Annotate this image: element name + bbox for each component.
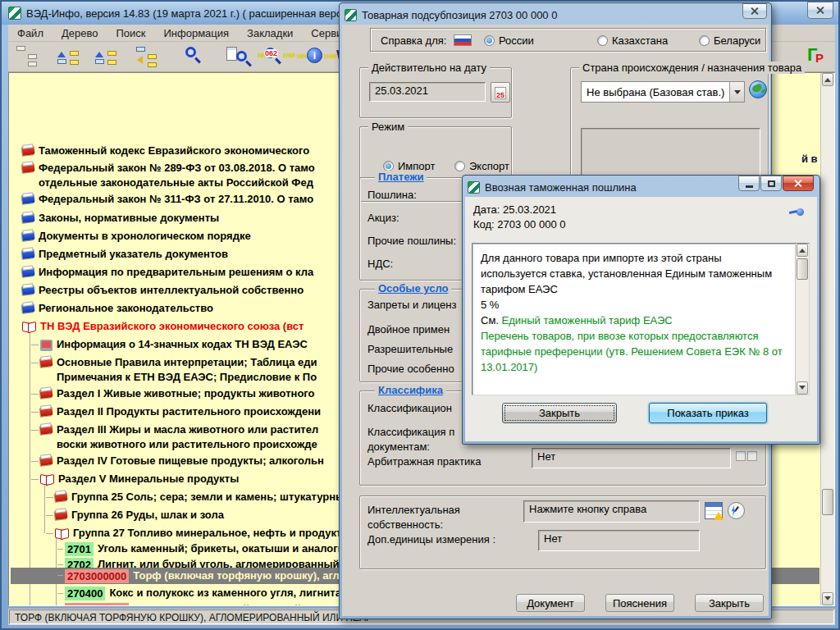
collapse-tree-icon[interactable] — [15, 44, 51, 70]
radio-label: России — [499, 34, 534, 47]
app-icon — [468, 181, 480, 194]
special-label-3: Прочие особенно — [368, 362, 456, 377]
duty-text-scrollbar[interactable] — [795, 244, 809, 395]
country-dropdown[interactable]: Не выбрана (Базовая став.) — [581, 81, 745, 103]
scroll-thumb[interactable] — [822, 489, 833, 515]
radio-selected-icon — [484, 35, 495, 46]
search-code-062-icon[interactable]: 100 062 1100 — [258, 44, 294, 70]
main-window-title: ВЭД-Инфо, версия 14.83 (19 марта 2021 г.… — [26, 7, 360, 20]
scroll-down-button[interactable] — [822, 592, 833, 605]
magnifier-handle — [275, 58, 281, 65]
arrow-icon — [95, 48, 103, 57]
scroll-down-button[interactable] — [797, 381, 808, 395]
radio-kazakhstan[interactable]: Казахстана — [597, 34, 668, 47]
book-blue-icon — [21, 285, 34, 295]
menu-item-1[interactable]: Дерево — [52, 25, 107, 41]
search-icon[interactable] — [179, 44, 215, 70]
radio-export[interactable]: Экспорт — [454, 160, 509, 172]
valid-date-legend: Действительно на дату — [368, 62, 490, 74]
duty-dialog-titlebar[interactable]: Ввозная таможенная пошлина — [465, 178, 817, 196]
doc-mini-icon[interactable] — [747, 451, 757, 461]
duty-paragraph: Для данного товара при импорте из этой с… — [481, 250, 787, 297]
menu-item-3[interactable]: Информация — [154, 25, 238, 41]
tree-item-text: Раздел I Живые животные; продукты животн… — [57, 386, 315, 401]
tree-item-text: Региональное законодательство — [39, 301, 213, 316]
payments-label-0: Пошлина: — [368, 188, 456, 203]
duty-dialog-title: Ввозная таможенная пошлина — [485, 181, 637, 194]
duty-dialog-body: Дата: 25.03.2021 Код: 2703 00 000 0 Для … — [465, 197, 817, 441]
tree-item-text: ТН ВЭД Евразийского экономического союза… — [40, 319, 304, 334]
search-document-icon[interactable] — [223, 44, 259, 70]
code-badge: 062 — [264, 49, 278, 57]
scroll-up-button[interactable] — [822, 73, 833, 86]
book-red-icon — [39, 406, 52, 417]
book-red-icon — [39, 388, 52, 399]
mini-node — [28, 62, 37, 66]
menu-item-4[interactable]: Закладки — [238, 25, 302, 41]
mini-node — [107, 51, 116, 56]
document-button[interactable]: Документ — [516, 594, 585, 612]
show-order-button[interactable]: Показать приказ — [649, 403, 767, 423]
subposition-dialog-titlebar[interactable]: Товарная подсубпозиция 2703 00 000 0 — [342, 6, 769, 24]
info-icon[interactable]: 100 i 1100 — [297, 44, 333, 70]
dropdown-arrow-button[interactable] — [729, 82, 744, 102]
document-sheet — [226, 47, 237, 61]
intellectual-group: Интеллектуальнаясобственность:Доп.единиц… — [359, 495, 766, 569]
duty-minimize-button[interactable] — [738, 176, 760, 191]
radio-belarus[interactable]: Беларуси — [699, 34, 760, 47]
rates-letter-p: Р — [815, 51, 824, 65]
classification-header-link[interactable]: Классифика — [375, 384, 446, 396]
radio-icon — [597, 35, 608, 46]
subposition-close-button[interactable] — [742, 3, 767, 19]
calendar-button[interactable] — [491, 82, 510, 103]
book-red-icon — [21, 145, 34, 156]
tree-back-icon[interactable] — [131, 44, 167, 70]
date-input[interactable]: 25.03.2021 — [369, 82, 486, 102]
valid-date-group: Действительно на дату 25.03.2021 — [359, 67, 512, 118]
preferences-link[interactable]: Перечень товаров, при ввозе которых пред… — [481, 328, 787, 375]
ip-check-icon[interactable] — [705, 502, 723, 519]
book-red-icon — [39, 357, 52, 368]
code-chip: 2705000000 — [65, 603, 129, 605]
menu-item-2[interactable]: Поиск — [107, 25, 154, 41]
app-icon — [345, 9, 357, 21]
pushpin-icon[interactable] — [789, 207, 804, 217]
tree-item-text: Основные Правила интерпретации; Таблица … — [57, 355, 317, 385]
tree-item-text: Группа 27 Топливо минеральное, нефть и п… — [73, 526, 381, 541]
duty-close-button[interactable] — [783, 176, 814, 191]
globe-icon[interactable] — [749, 80, 767, 98]
tree-item-text: Реестры объектов интеллектуальной собств… — [39, 283, 304, 298]
explanations-button[interactable]: Пояснения — [605, 594, 674, 612]
tree-structure-icon[interactable] — [56, 44, 92, 70]
close-button[interactable]: Закрыть — [695, 594, 764, 612]
country-legend: Страна происхождения / назначения товара — [579, 62, 805, 74]
magnifier-glass — [185, 47, 196, 57]
doc-mini-icon[interactable] — [736, 451, 746, 461]
duty-text: Для данного товара при импорте из этой с… — [472, 244, 795, 395]
book-open-icon — [55, 528, 69, 538]
main-close-button[interactable] — [807, 2, 833, 19]
tree-structure2-icon[interactable] — [94, 44, 130, 70]
tree-item-text: Информация по предварительным решениям о… — [39, 265, 313, 280]
special-label-0: Запреты и лиценз — [368, 298, 456, 313]
currency-rates-icon[interactable]: Г Р — [806, 44, 833, 69]
radio-icon — [454, 161, 465, 171]
duty-close-action-button[interactable]: Закрыть — [502, 403, 617, 423]
mini-node — [70, 60, 79, 65]
payments-header-link[interactable]: Платежи — [375, 171, 427, 183]
duty-text-box[interactable]: Для данного товара при импорте из этой с… — [472, 243, 810, 395]
triangle-down-icon — [824, 596, 831, 604]
duty-maximize-button[interactable] — [760, 176, 782, 191]
scroll-up-button[interactable] — [797, 244, 808, 257]
special-header-link[interactable]: Особые усло — [375, 282, 451, 294]
close-icon — [793, 179, 803, 188]
history-clock-icon[interactable] — [728, 502, 745, 519]
payments-label-2: Прочие пошлины: — [368, 234, 456, 249]
tariff-link[interactable]: Единый таможенный тариф ЕАЭС — [502, 314, 673, 326]
menu-item-0[interactable]: Файл — [8, 25, 52, 41]
scroll-thumb[interactable] — [797, 258, 808, 280]
tree-scrollbar[interactable] — [820, 73, 834, 605]
units-field: Нет — [538, 530, 700, 551]
radio-russia[interactable]: России — [484, 34, 534, 47]
intellectual-label-0: Интеллектуальная — [368, 503, 495, 518]
